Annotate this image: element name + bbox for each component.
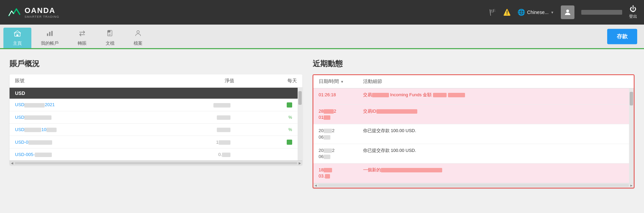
document-icon xyxy=(106,30,114,39)
status-badge: % xyxy=(288,127,292,132)
deposit-button[interactable]: 存款 xyxy=(607,29,637,44)
col-header-datetime: 日期/時間 ▼ xyxy=(319,79,363,85)
person-icon xyxy=(134,30,142,39)
activity-vertical-scrollbar[interactable] xyxy=(629,88,634,183)
activity-box: 日期/時間 ▼ 活動細節 01:26:18 交易 Incoming Funds … xyxy=(313,74,634,188)
activity-cell: 你已提交存款 100.00 USD. xyxy=(363,147,624,154)
flag-icon[interactable]: 🏴 xyxy=(489,9,496,16)
datetime-cell: 01:26:18 xyxy=(319,92,363,98)
logo-area: OANDA SMARTER TRADING xyxy=(7,5,59,20)
hscroll-right-arrow[interactable]: ▶ xyxy=(299,161,301,165)
table-row[interactable]: USD-005- 0. xyxy=(10,148,298,160)
activity-cell: 交易 Incoming Funds 金額 xyxy=(363,92,624,98)
account-daily xyxy=(230,139,292,145)
datetime-cell: 1803. xyxy=(319,167,363,179)
account-name: USD10 xyxy=(15,127,138,132)
account-name: USD2021 xyxy=(15,102,138,107)
recent-activity-section: 近期動態 日期/時間 ▼ 活動細節 01:26:18 交易 Incoming F… xyxy=(313,59,634,203)
tab-documents-label: 文檔 xyxy=(106,40,115,46)
list-item[interactable]: 20206 你已提交存款 100.00 USD. xyxy=(313,144,629,164)
scrollbar-thumb xyxy=(298,91,302,105)
logout-label: 登出 xyxy=(629,14,637,19)
language-selector[interactable]: 🌐 Chinese... ▼ xyxy=(518,9,554,16)
tab-my-account-label: 我的帳戶 xyxy=(41,40,59,46)
status-badge xyxy=(287,102,292,108)
hscroll-track xyxy=(318,184,629,187)
col-header-account: 賬號 xyxy=(15,78,140,84)
activity-body: 01:26:18 交易 Incoming Funds 金額 28201 交易ID xyxy=(313,88,634,183)
sort-arrow-icon[interactable]: ▼ xyxy=(340,80,344,84)
account-overview-section: 賬戶概況 賬號 淨值 每天 USD USD2021 xyxy=(10,59,302,203)
status-badge xyxy=(287,140,292,145)
tab-files-label: 檔案 xyxy=(134,40,143,46)
chevron-down-icon: ▼ xyxy=(551,11,554,14)
logo-text: OANDA SMARTER TRADING xyxy=(25,6,59,18)
vertical-scrollbar[interactable] xyxy=(298,88,302,160)
avatar xyxy=(561,5,574,19)
globe-icon: 🌐 xyxy=(518,9,525,16)
account-group-header-usd: USD xyxy=(10,88,298,99)
account-nav: 1 xyxy=(138,140,230,145)
activity-rows: 01:26:18 交易 Incoming Funds 金額 28201 交易ID xyxy=(313,88,629,183)
col-header-nav: 淨值 xyxy=(140,78,234,84)
header-right: 🏴 ⚠️ 🌐 Chinese... ▼ ⏻ 登出 xyxy=(489,5,637,19)
list-item[interactable]: 28201 交易ID xyxy=(313,105,629,124)
oanda-logo-icon xyxy=(7,5,22,20)
datetime-cell: 20206 xyxy=(319,128,363,140)
logout-button[interactable]: ⏻ 登出 xyxy=(629,5,637,19)
hscroll-left-arrow[interactable]: ◀ xyxy=(11,161,13,165)
tab-my-account[interactable]: 我的帳戶 xyxy=(31,28,68,48)
account-name: USD-005- xyxy=(15,152,138,157)
tab-transfer-label: 轉賬 xyxy=(78,40,87,46)
activity-hscroll: ◀ ▶ xyxy=(313,183,634,188)
account-table-body: USD USD2021 xyxy=(10,88,302,160)
activity-table-header: 日期/時間 ▼ 活動細節 xyxy=(313,75,634,88)
tab-home-label: 主頁 xyxy=(13,40,22,46)
account-table: 賬號 淨值 每天 USD USD2021 xyxy=(10,74,302,165)
hscroll-right-arrow[interactable]: ▶ xyxy=(629,184,634,187)
activity-cell: 你已提交存款 100.00 USD. xyxy=(363,128,624,134)
account-daily: % xyxy=(230,127,292,132)
account-table-header: 賬號 淨值 每天 xyxy=(10,74,302,88)
account-rows: USD USD2021 xyxy=(10,88,298,160)
user-name-blurred xyxy=(581,10,622,15)
svg-rect-6 xyxy=(51,31,53,36)
account-name: USD-0 xyxy=(15,140,138,145)
tab-transfer[interactable]: 轉賬 xyxy=(68,28,96,48)
hscroll-track xyxy=(15,162,297,164)
logo-subtitle: SMARTER TRADING xyxy=(25,15,59,18)
chart-icon xyxy=(46,30,54,39)
home-icon xyxy=(14,30,21,39)
list-item[interactable]: 20206 你已提交存款 100.00 USD. xyxy=(313,124,629,144)
tab-home[interactable]: 主頁 xyxy=(3,28,31,48)
account-daily: % xyxy=(230,115,292,120)
tab-files[interactable]: 檔案 xyxy=(124,28,152,48)
datetime-cell: 28201 xyxy=(319,108,363,120)
hscroll-left-arrow[interactable]: ◀ xyxy=(313,184,318,187)
account-overview-title: 賬戶概況 xyxy=(10,59,302,69)
list-item[interactable]: 01:26:18 交易 Incoming Funds 金額 xyxy=(313,88,629,105)
account-nav xyxy=(138,127,230,132)
svg-rect-5 xyxy=(49,32,50,36)
table-row[interactable]: USD10 % xyxy=(10,124,298,136)
list-item[interactable]: 1803. 一個新的 xyxy=(313,164,629,183)
svg-rect-3 xyxy=(16,34,18,36)
table-row[interactable]: USD2021 xyxy=(10,99,298,111)
account-nav: 0. xyxy=(138,152,230,157)
status-badge: % xyxy=(288,115,292,120)
table-row[interactable]: USD-0 1 xyxy=(10,136,298,148)
activity-cell: 一個新的 xyxy=(363,167,624,173)
account-daily xyxy=(230,102,292,108)
language-label: Chinese... xyxy=(527,10,549,15)
table-row[interactable]: USD % xyxy=(10,111,298,124)
tab-documents[interactable]: 文檔 xyxy=(96,28,124,48)
col-header-activity: 活動細節 xyxy=(363,79,628,85)
alert-icon[interactable]: ⚠️ xyxy=(503,9,511,16)
account-nav xyxy=(138,102,230,107)
navbar: 主頁 我的帳戶 轉賬 文檔 檔案 存款 xyxy=(0,25,644,49)
transfer-icon xyxy=(78,30,86,39)
account-nav xyxy=(138,115,230,120)
scrollbar-thumb xyxy=(630,92,633,105)
svg-rect-8 xyxy=(108,30,110,32)
datetime-cell: 20206 xyxy=(319,147,363,160)
